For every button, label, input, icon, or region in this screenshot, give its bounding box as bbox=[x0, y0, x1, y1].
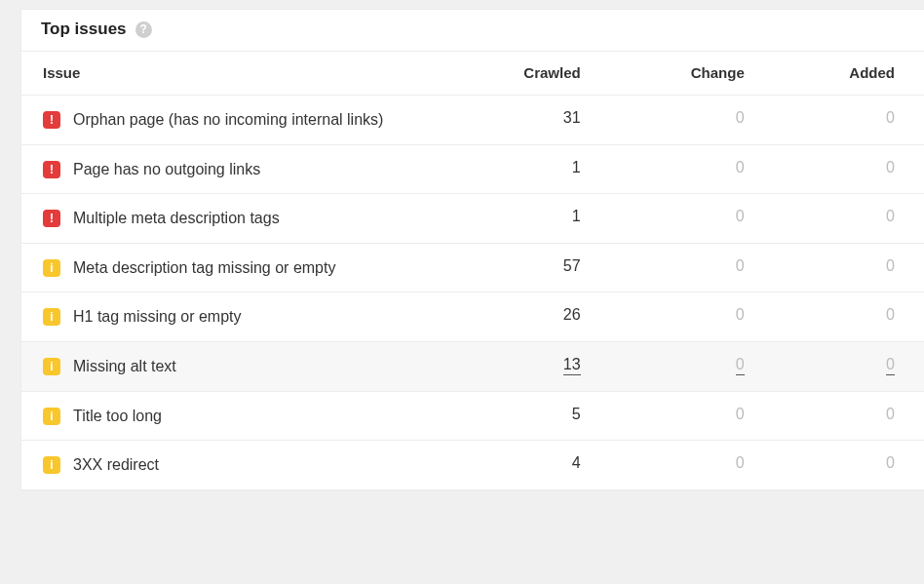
cell-crawled[interactable]: 57 bbox=[441, 243, 610, 292]
table-row[interactable]: iTitle too long500 bbox=[21, 391, 924, 441]
cell-added: 0 bbox=[774, 341, 924, 391]
cell-issue: !Multiple meta description tags bbox=[21, 194, 441, 244]
cell-change: 0 bbox=[610, 441, 774, 490]
cell-added: 0 bbox=[774, 391, 924, 441]
cell-issue: iTitle too long bbox=[21, 391, 441, 441]
error-icon: ! bbox=[43, 111, 60, 129]
cell-crawled[interactable]: 1 bbox=[441, 194, 610, 244]
cell-added: 0 bbox=[774, 96, 924, 145]
error-icon: ! bbox=[43, 210, 60, 227]
table-row[interactable]: iH1 tag missing or empty2600 bbox=[21, 292, 924, 342]
panel-header: Top issues ? bbox=[21, 10, 924, 51]
table-row[interactable]: iMeta description tag missing or empty57… bbox=[21, 243, 924, 292]
help-icon[interactable]: ? bbox=[135, 21, 152, 38]
error-icon: ! bbox=[43, 161, 60, 178]
table-row[interactable]: !Orphan page (has no incoming internal l… bbox=[21, 96, 924, 145]
cell-issue: !Page has no outgoing links bbox=[21, 144, 441, 194]
issue-text[interactable]: Orphan page (has no incoming internal li… bbox=[73, 109, 383, 131]
col-header-change[interactable]: Change bbox=[610, 52, 774, 96]
cell-crawled[interactable]: 4 bbox=[441, 441, 610, 490]
cell-change: 0 bbox=[610, 341, 774, 391]
issue-text[interactable]: Page has no outgoing links bbox=[73, 159, 260, 180]
cell-added: 0 bbox=[774, 441, 924, 490]
issue-text[interactable]: Meta description tag missing or empty bbox=[73, 257, 335, 279]
cell-issue: i3XX redirect bbox=[21, 441, 441, 490]
cell-issue: iH1 tag missing or empty bbox=[21, 292, 441, 342]
cell-issue: iMeta description tag missing or empty bbox=[21, 243, 441, 292]
issue-text[interactable]: H1 tag missing or empty bbox=[73, 306, 242, 328]
cell-change: 0 bbox=[610, 391, 774, 441]
warning-icon: i bbox=[43, 408, 60, 425]
cell-crawled[interactable]: 5 bbox=[441, 391, 610, 441]
col-header-issue[interactable]: Issue bbox=[21, 52, 441, 96]
col-header-crawled[interactable]: Crawled bbox=[441, 52, 610, 96]
table-row[interactable]: !Multiple meta description tags100 bbox=[21, 194, 924, 244]
panel-title: Top issues bbox=[41, 19, 127, 39]
cell-change: 0 bbox=[610, 243, 774, 292]
issue-text[interactable]: Title too long bbox=[73, 406, 162, 427]
cell-crawled[interactable]: 26 bbox=[441, 292, 610, 342]
cell-change: 0 bbox=[610, 194, 774, 244]
issue-text[interactable]: 3XX redirect bbox=[73, 454, 159, 476]
top-issues-panel: Top issues ? Issue Crawled Change Added … bbox=[21, 10, 924, 490]
issue-text[interactable]: Missing alt text bbox=[73, 356, 176, 377]
col-header-added[interactable]: Added bbox=[774, 52, 924, 96]
cell-issue: !Orphan page (has no incoming internal l… bbox=[21, 96, 441, 145]
issue-text[interactable]: Multiple meta description tags bbox=[73, 208, 280, 229]
table-row[interactable]: i3XX redirect400 bbox=[21, 441, 924, 490]
cell-crawled[interactable]: 31 bbox=[441, 96, 610, 145]
cell-added: 0 bbox=[774, 144, 924, 194]
table-header-row: Issue Crawled Change Added bbox=[21, 52, 924, 96]
cell-change: 0 bbox=[610, 96, 774, 145]
warning-icon: i bbox=[43, 259, 60, 277]
cell-added: 0 bbox=[774, 243, 924, 292]
cell-crawled[interactable]: 13 bbox=[441, 341, 610, 391]
warning-icon: i bbox=[43, 456, 60, 474]
issues-table: Issue Crawled Change Added !Orphan page … bbox=[21, 51, 924, 490]
table-row[interactable]: !Page has no outgoing links100 bbox=[21, 144, 924, 194]
cell-change: 0 bbox=[610, 292, 774, 342]
table-row[interactable]: iMissing alt text1300 bbox=[21, 341, 924, 391]
cell-change: 0 bbox=[610, 144, 774, 194]
warning-icon: i bbox=[43, 358, 60, 375]
cell-added: 0 bbox=[774, 194, 924, 244]
warning-icon: i bbox=[43, 308, 60, 326]
cell-added: 0 bbox=[774, 292, 924, 342]
cell-issue: iMissing alt text bbox=[21, 341, 441, 391]
cell-crawled[interactable]: 1 bbox=[441, 144, 610, 194]
